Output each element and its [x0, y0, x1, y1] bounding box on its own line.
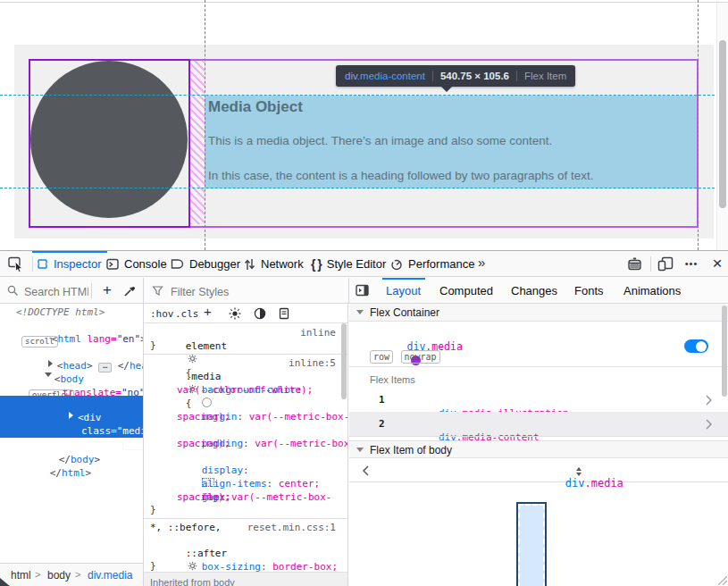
rules-scrollbar-thumb[interactable]	[341, 323, 347, 399]
property-value: var(--metric-box-	[255, 438, 348, 449]
infobar-tag: div	[345, 71, 357, 81]
meatball-menu-button[interactable]: •••	[682, 255, 701, 272]
page-scrollbar[interactable]	[716, 3, 728, 250]
chevron-left-icon[interactable]	[362, 465, 369, 476]
node-infobar-arrow	[441, 87, 452, 97]
screenshot-button[interactable]	[627, 256, 643, 272]
search-icon	[7, 285, 19, 297]
search-input[interactable]	[22, 283, 90, 300]
flex-highlight-toggle[interactable]	[684, 339, 708, 353]
collapse-arrow-icon[interactable]	[356, 310, 364, 318]
dark-scheme-icon[interactable]	[254, 307, 266, 320]
infobar-role: Flex Item	[524, 71, 566, 81]
flex-item-of-body-header[interactable]: Flex Item of body	[349, 440, 728, 458]
infobar-separator-1	[432, 71, 433, 81]
resize-grip-icon[interactable]	[715, 573, 727, 585]
breadcrumb-body[interactable]: body	[47, 569, 71, 582]
flex-wrap-badge: nowrap	[401, 350, 440, 364]
doctype-line[interactable]: <!DOCTYPE html>	[16, 306, 105, 319]
eyedropper-button[interactable]	[123, 284, 137, 297]
flex-item-of-body-label: Flex Item of body	[370, 444, 452, 456]
css-declaration-wrap[interactable]: spacing);	[177, 490, 230, 504]
close-devtools-button[interactable]: ×	[708, 253, 726, 274]
tab-style-editor[interactable]: { } Style Editor	[311, 251, 386, 277]
flex-item-row-1[interactable]: 1 div.media-illustration	[349, 388, 728, 412]
tab-console[interactable]: Console	[106, 251, 167, 277]
token: html	[57, 333, 81, 345]
tab-changes[interactable]: Changes	[511, 284, 557, 297]
add-rule-button[interactable]: +	[204, 304, 212, 319]
infobar-dimensions: 540.75 × 105.6	[440, 71, 509, 81]
print-media-icon[interactable]	[279, 307, 289, 320]
node-infobar: div.media-content 540.75 × 105.6 Flex It…	[336, 65, 575, 87]
flex-guide-horizontal-bottom	[0, 188, 728, 188]
tab-computed[interactable]: Computed	[439, 284, 493, 297]
devtools-toolbar: Inspector Console Debugger Network { } S…	[0, 251, 728, 277]
page-scrollbar-thumb[interactable]	[719, 40, 726, 208]
flex-item-index: 2	[379, 417, 385, 431]
token: "en"	[117, 333, 141, 345]
flex-gap-hatch	[190, 61, 205, 224]
flex-container-header[interactable]: Flex Container	[349, 304, 728, 322]
tab-console-label: Console	[124, 257, 167, 271]
css-declaration-wrap[interactable]: var(--color-off-white);	[177, 383, 313, 397]
css-declaration-wrap[interactable]: spacing);	[177, 410, 230, 423]
infobar-selector: div.media-content	[345, 71, 425, 81]
breadcrumb-separator: >	[35, 569, 40, 580]
token: :	[243, 438, 249, 449]
breadcrumb-bar: html > body > div.media	[0, 563, 144, 586]
flex-guide-horizontal-top	[0, 95, 728, 96]
breadcrumb-div-media[interactable]: div.media	[88, 569, 132, 582]
flex-badge-selected[interactable]: flex	[122, 439, 144, 450]
flex-item-selector-dropdown[interactable]: div.media	[514, 464, 623, 504]
tab-inspector[interactable]: Inspector	[37, 251, 101, 277]
markup-panel: <!DOCTYPE html> <html lang="en"> scroll …	[0, 304, 144, 586]
token: html	[62, 467, 86, 479]
tab-fonts[interactable]: Fonts	[574, 284, 604, 297]
tab-animations[interactable]: Animations	[623, 284, 681, 297]
pseudo-class-button[interactable]: :hov	[150, 307, 174, 321]
rule-media-source[interactable]: inline:5	[260, 356, 336, 370]
tab-performance[interactable]: Performance	[390, 251, 474, 277]
html-close-line[interactable]: </html>	[14, 453, 91, 493]
property-value: var(--metric-box-	[249, 411, 348, 423]
more-tabs-button[interactable]: »	[478, 255, 485, 271]
breadcrumb-html[interactable]: html	[11, 569, 31, 582]
rule-reset-source[interactable]: reset.min.css:1	[238, 521, 336, 534]
rule-divider	[144, 354, 348, 355]
inline-ellipsis-button[interactable]: …	[98, 363, 112, 373]
section-divider	[349, 436, 728, 437]
rule-reset-selector-line1[interactable]: *, ::before,	[150, 521, 221, 534]
rule-element-source[interactable]: inline	[260, 326, 336, 339]
tab-inspector-label: Inspector	[54, 257, 101, 271]
flex-item-row-2[interactable]: 2 div.media-content	[349, 412, 728, 436]
node-picker-button[interactable]	[7, 255, 27, 272]
collapse-arrow-icon[interactable]	[356, 448, 364, 456]
class-toggle-button[interactable]: .cls	[175, 307, 199, 321]
add-node-button[interactable]: +	[99, 280, 115, 301]
corner-notch-icon	[0, 578, 13, 586]
eyedropper-icon	[123, 284, 137, 297]
tab-layout[interactable]: Layout	[386, 284, 421, 297]
selected-node-row[interactable]: <div class="media"> … </div> flex	[0, 396, 144, 438]
tab-network[interactable]: Network	[244, 251, 304, 277]
console-icon	[106, 258, 119, 270]
more-tabs-icon: »	[478, 255, 485, 270]
add-node-icon: +	[103, 281, 112, 298]
token: </	[50, 467, 62, 479]
responsive-design-button[interactable]	[657, 256, 674, 272]
rule-media-close: }	[150, 503, 156, 516]
layout-scrollbar-thumb[interactable]	[722, 306, 727, 397]
flex-guide-vertical-left	[205, 0, 205, 250]
toggle-knob	[696, 341, 707, 352]
flex-item-index: 1	[379, 393, 385, 406]
light-scheme-icon[interactable]	[229, 307, 241, 320]
token: >	[111, 439, 117, 450]
css-declaration-wrap[interactable]: spacing);	[177, 437, 230, 450]
pane-toggle-button[interactable]	[356, 284, 370, 297]
filter-styles-input[interactable]	[169, 283, 306, 300]
tab-debugger[interactable]: Debugger	[171, 251, 240, 277]
token: lang	[81, 333, 111, 345]
flex-guide-vertical-right	[698, 0, 699, 250]
infobar-separator-2	[516, 71, 517, 81]
